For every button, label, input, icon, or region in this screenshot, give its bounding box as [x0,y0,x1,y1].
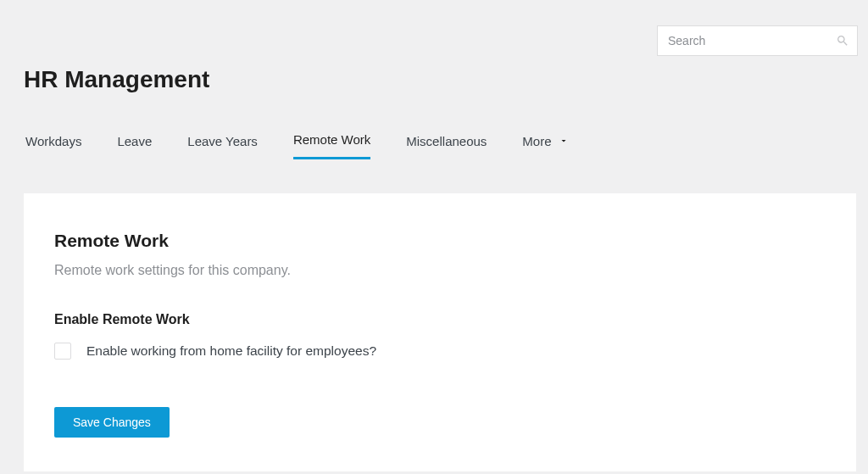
tab-leave-years[interactable]: Leave Years [187,132,258,159]
save-button[interactable]: Save Changes [54,407,170,438]
page-title: HR Management [0,56,868,93]
section-subtitle: Remote work settings for this company. [54,263,826,278]
chevron-down-icon [559,136,569,146]
tab-more[interactable]: More [522,132,568,159]
tab-miscellaneous[interactable]: Miscellaneous [406,132,487,159]
tab-more-label: More [522,134,551,148]
field-label: Enable Remote Work [54,312,826,327]
tabs: Workdays Leave Leave Years Remote Work M… [0,93,868,159]
tab-leave[interactable]: Leave [117,132,152,159]
checkbox-row: Enable working from home facility for em… [54,343,826,360]
checkbox-label: Enable working from home facility for em… [86,343,376,359]
enable-remote-work-checkbox[interactable] [54,343,71,360]
tab-remote-work[interactable]: Remote Work [293,132,370,159]
search-wrapper [657,25,858,56]
search-icon [836,34,849,47]
section-title: Remote Work [54,231,826,251]
tab-workdays[interactable]: Workdays [25,132,81,159]
search-input[interactable] [657,25,858,56]
content-panel: Remote Work Remote work settings for thi… [24,193,856,471]
